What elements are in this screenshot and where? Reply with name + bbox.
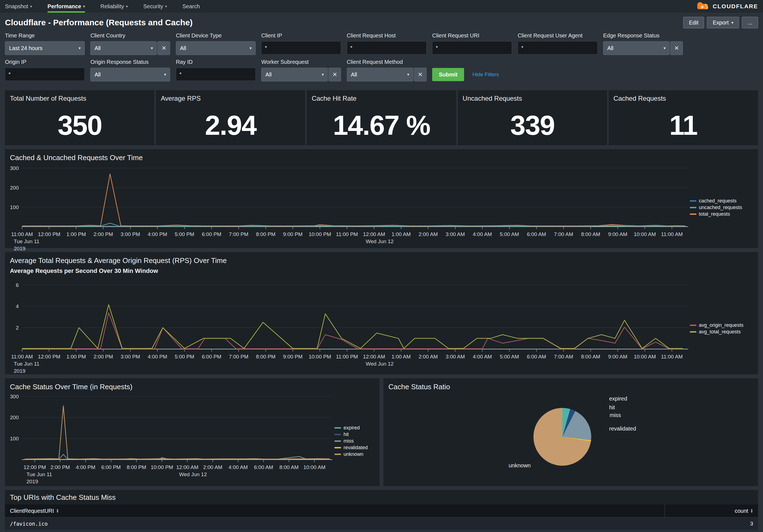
legend-item: revalidated: [334, 445, 375, 451]
chevron-down-icon: ▾: [30, 4, 32, 9]
kpi-cache-hit-rate: Cache Hit Rate14.67 %: [307, 90, 456, 145]
filter-bar: Time Range Last 24 hours▾ Client Country…: [0, 33, 763, 86]
legend-item: miss: [334, 438, 375, 444]
line-chart-cached-uncached: 10020030011:00 AMTue Jun 11201912:00 PM1…: [22, 166, 688, 227]
svg-text:10:00 PM: 10:00 PM: [309, 354, 331, 360]
table-row[interactable]: / 2: [5, 530, 758, 532]
legend-swatch: [690, 214, 697, 215]
nav-tab-snapshot[interactable]: Snapshot▾: [5, 0, 32, 13]
client-device-type-select[interactable]: All▾: [176, 41, 256, 55]
svg-text:6:00 AM: 6:00 AM: [527, 354, 546, 360]
hide-filters-link[interactable]: Hide Filters: [473, 71, 499, 78]
svg-text:100: 100: [10, 436, 19, 441]
svg-text:8:00 AM: 8:00 AM: [581, 231, 600, 237]
filter-label: Ray ID: [176, 59, 256, 65]
svg-text:8:00 PM: 8:00 PM: [256, 231, 275, 237]
filter-client-request-uri: Client Request URI: [432, 33, 512, 54]
svg-text:8:00 AM: 8:00 AM: [279, 464, 299, 470]
chart-legend: expired hit miss revalidated unknown: [334, 425, 375, 458]
svg-text:1:00 AM: 1:00 AM: [391, 231, 411, 237]
panel-cached-uncached-requests: Cached & Uncached Requests Over Time 100…: [5, 149, 758, 248]
svg-text:10:00 AM: 10:00 AM: [634, 231, 656, 237]
svg-text:11:00 AM: 11:00 AM: [661, 354, 683, 360]
kpi-label: Uncached Requests: [463, 95, 522, 102]
filter-time-range: Time Range Last 24 hours▾: [5, 33, 85, 55]
svg-text:Tue Jun 11: Tue Jun 11: [14, 238, 39, 244]
svg-text:Wed Jun 12: Wed Jun 12: [179, 472, 207, 477]
chart-title: Cached & Uncached Requests Over Time: [10, 153, 143, 162]
kpi-row: Total Number of Requests350 Average RPS2…: [5, 90, 758, 145]
legend-item: expired: [334, 425, 375, 431]
legend-item: unknown: [334, 451, 375, 457]
chart-legend: cached_requests uncached_requests total_…: [690, 198, 755, 218]
kpi-cached-requests: Cached Requests11: [608, 90, 758, 145]
kpi-value: 2.94: [156, 105, 305, 145]
close-icon: ✕: [418, 71, 423, 78]
edge-response-status-select[interactable]: All▾: [603, 41, 670, 55]
panel-cache-status-over-time: Cache Status Over Time (in Requests) 100…: [5, 378, 380, 486]
svg-text:3:00 AM: 3:00 AM: [446, 231, 465, 237]
filter-worker-subrequest: Worker Subrequest All▾✕: [261, 59, 341, 81]
submit-button[interactable]: Submit: [432, 68, 464, 81]
client-request-uri-input[interactable]: [432, 41, 512, 54]
legend-swatch: [690, 324, 697, 326]
svg-text:2:00 PM: 2:00 PM: [94, 354, 113, 360]
nav-tab-reliability[interactable]: Reliability▾: [100, 0, 128, 13]
filter-label: Origin IP: [5, 59, 85, 65]
svg-text:10:00 AM: 10:00 AM: [303, 464, 325, 470]
top-navbar: Snapshot▾ Performance▾ Reliability▾ Secu…: [0, 0, 763, 13]
svg-text:9:00 PM: 9:00 PM: [283, 231, 302, 237]
brand-text: CLOUDFLARE: [712, 3, 758, 10]
line-chart-average-rps: 24611:00 AMTue Jun 11201912:00 PM1:00 PM…: [22, 282, 688, 349]
svg-text:200: 200: [10, 185, 19, 191]
svg-text:8:00 AM: 8:00 AM: [581, 354, 600, 360]
nav-tab-search[interactable]: Search: [182, 0, 200, 13]
origin-ip-input[interactable]: [5, 68, 85, 81]
legend-swatch: [334, 434, 341, 435]
client-country-select[interactable]: All▾: [90, 41, 157, 55]
table-row[interactable]: /favicon.ico 3: [5, 517, 758, 530]
svg-text:4:00 PM: 4:00 PM: [148, 354, 167, 360]
client-request-host-input[interactable]: [347, 41, 427, 54]
legend-swatch: [690, 331, 697, 332]
ray-id-input[interactable]: [176, 68, 256, 81]
client-request-method-select[interactable]: All▾: [347, 68, 413, 81]
kpi-label: Total Number of Requests: [10, 95, 86, 102]
filter-client-request-method: Client Request Method All▾✕: [347, 59, 427, 81]
filter-label: Origin Response Status: [90, 59, 170, 65]
svg-text:12:00 AM: 12:00 AM: [363, 354, 385, 360]
filter-origin-response-status: Origin Response Status All▾: [90, 59, 170, 81]
filter-label: Edge Response Status: [603, 33, 683, 39]
clear-filter-button[interactable]: ✕: [414, 68, 427, 81]
svg-text:7:00 AM: 7:00 AM: [554, 231, 573, 237]
table-header: ClientRequestURI▲▼ count▲▼: [5, 504, 758, 517]
export-button[interactable]: Export▾: [707, 17, 739, 28]
nav-tab-performance[interactable]: Performance▾: [48, 0, 85, 13]
filter-label: Client Request Host: [347, 33, 427, 39]
client-ip-input[interactable]: [261, 41, 341, 54]
edit-button[interactable]: Edit: [683, 17, 704, 28]
column-header-client-request-uri[interactable]: ClientRequestURI▲▼: [5, 508, 664, 514]
legend-swatch: [690, 200, 697, 202]
column-header-count[interactable]: count▲▼: [664, 504, 758, 517]
cloudflare-cloud-icon: [695, 1, 710, 12]
svg-text:5:00 PM: 5:00 PM: [175, 354, 194, 360]
filter-client-request-host: Client Request Host: [347, 33, 427, 54]
worker-subrequest-select[interactable]: All▾: [261, 68, 328, 81]
clear-filter-button[interactable]: ✕: [328, 68, 341, 81]
filter-edge-response-status: Edge Response Status All▾✕: [603, 33, 683, 55]
client-request-user-agent-input[interactable]: [518, 41, 598, 54]
more-options-button[interactable]: ...: [742, 17, 758, 28]
time-range-select[interactable]: Last 24 hours▾: [5, 41, 85, 55]
svg-text:200: 200: [10, 414, 19, 420]
svg-text:Wed Jun 12: Wed Jun 12: [366, 361, 393, 367]
nav-tab-security[interactable]: Security▾: [143, 0, 167, 13]
clear-filter-button[interactable]: ✕: [158, 41, 170, 55]
svg-text:300: 300: [10, 165, 19, 171]
legend-item: hit: [334, 432, 375, 437]
svg-text:2:00 PM: 2:00 PM: [51, 464, 70, 470]
chevron-down-icon: ▾: [249, 46, 252, 50]
origin-response-status-select[interactable]: All▾: [90, 68, 170, 81]
filter-label: Client Country: [90, 33, 170, 39]
clear-filter-button[interactable]: ✕: [670, 41, 683, 55]
